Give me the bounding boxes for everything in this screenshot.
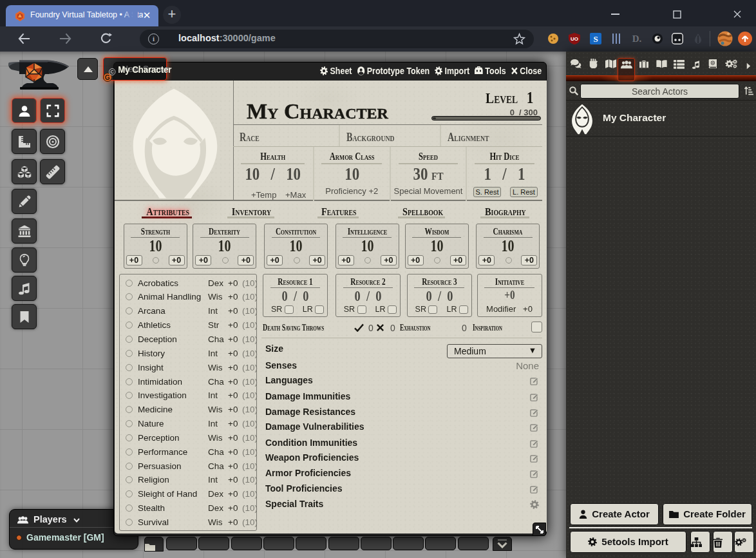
svg-text:D.: D. [632,34,642,44]
svg-text:UO: UO [571,36,578,42]
svg-text:S: S [593,34,598,44]
